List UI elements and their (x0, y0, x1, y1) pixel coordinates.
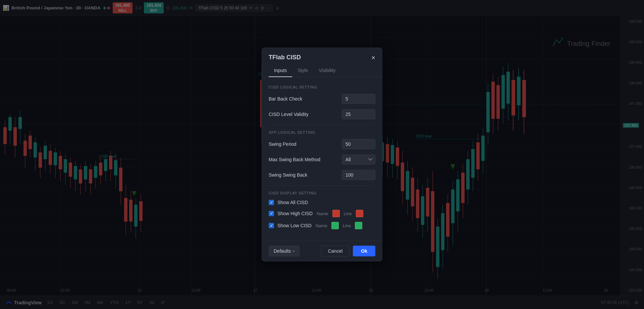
modal-close-button[interactable]: × (371, 54, 375, 61)
max-swing-back-row: Max Swing Back Method All High Low (269, 154, 375, 165)
cancel-button[interactable]: Cancel (321, 246, 350, 256)
show-high-cisd-checkbox[interactable] (269, 211, 274, 216)
swing-period-label: Swing Period (269, 141, 297, 147)
tab-inputs[interactable]: Inputs (269, 65, 292, 77)
cisd-level-validity-row: CISD Level Validity (269, 109, 375, 119)
modal-body: CISD LOGICAL SETTING Bar Back Check CISD… (262, 77, 382, 241)
cisd-display-section-label: CISD DISPLAY SETTING (269, 191, 375, 195)
swing-period-input[interactable] (342, 139, 375, 149)
swing-period-row: Swing Period (269, 139, 375, 149)
low-line-label: Line (343, 223, 351, 228)
divider-2 (269, 185, 375, 186)
chevron-down-icon: ▾ (293, 249, 294, 253)
cisd-level-validity-label: CISD Level Validity (269, 112, 309, 117)
low-name-label: Name (316, 223, 327, 228)
cisd-level-validity-input[interactable] (342, 109, 375, 119)
ok-button[interactable]: Ok (353, 246, 375, 256)
divider-1 (269, 125, 375, 125)
show-high-cisd-row: Show High CISD Name Line (269, 210, 375, 217)
modal-tabs: Inputs Style Visibility (262, 61, 382, 77)
tab-style[interactable]: Style (292, 65, 313, 77)
show-all-cisd-row: Show All CISD (269, 200, 375, 205)
max-swing-back-select[interactable]: All High Low (342, 154, 375, 165)
tab-visibility[interactable]: Visibility (313, 65, 341, 77)
modal-footer: Defaults ▾ Cancel Ok (262, 241, 382, 261)
show-low-cisd-label: Show Low CISD (277, 223, 312, 228)
footer-right: Cancel Ok (321, 246, 375, 256)
bar-back-check-label: Bar Back Check (269, 96, 302, 102)
bar-back-check-input[interactable] (342, 94, 375, 104)
modal-title: TFlab CISD (269, 54, 301, 61)
swing-swing-back-input[interactable] (342, 170, 375, 180)
sfp-section-label: SFP LOGICAL SETTING (269, 130, 375, 134)
high-name-label: Name (317, 211, 328, 216)
modal-header: TFlab CISD × (262, 48, 382, 61)
low-name-color[interactable] (331, 222, 339, 229)
high-name-color[interactable] (332, 210, 340, 217)
show-all-cisd-label: Show All CISD (277, 200, 308, 205)
modal-dialog: TFlab CISD × Inputs Style Visibility CIS… (262, 48, 382, 261)
swing-swing-back-label: Swing Swing Back (269, 172, 307, 178)
high-line-color[interactable] (356, 210, 363, 217)
show-low-cisd-row: Show Low CISD Name Line (269, 222, 375, 229)
show-high-cisd-label: Show High CISD (277, 211, 313, 216)
defaults-button[interactable]: Defaults ▾ (269, 246, 300, 256)
show-all-cisd-checkbox[interactable] (269, 200, 274, 205)
defaults-label: Defaults (274, 248, 291, 254)
show-low-cisd-checkbox[interactable] (269, 223, 274, 228)
max-swing-back-label: Max Swing Back Method (269, 157, 320, 162)
low-line-color[interactable] (355, 222, 362, 229)
swing-swing-back-row: Swing Swing Back (269, 170, 375, 180)
modal-overlay[interactable]: TFlab CISD × Inputs Style Visibility CIS… (0, 0, 644, 309)
high-line-label: Line (344, 211, 352, 216)
cisd-section-label: CISD LOGICAL SETTING (269, 85, 375, 89)
bar-back-check-row: Bar Back Check (269, 94, 375, 104)
